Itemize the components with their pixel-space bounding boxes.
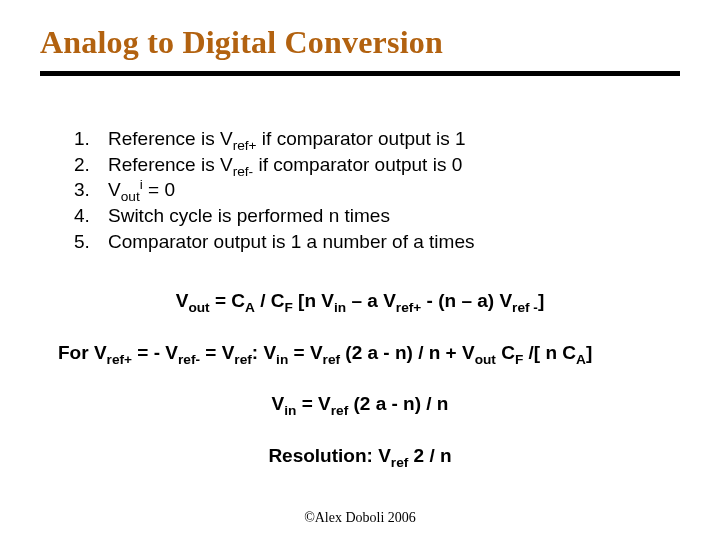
text-part: V: [176, 290, 189, 311]
equation: Vout = CA / CF [n Vin – a Vref+ - (n – a…: [40, 288, 680, 314]
subscript: out: [121, 189, 140, 204]
subscript: out: [188, 300, 209, 315]
subscript: ref+: [233, 138, 257, 153]
text-part: /[ n C: [523, 342, 576, 363]
list-text: Vouti = 0: [108, 177, 175, 203]
subscript: in: [276, 352, 288, 367]
subscript: ref+: [396, 300, 421, 315]
list-item: 4. Switch cycle is performed n times: [74, 203, 680, 229]
page-title: Analog to Digital Conversion: [40, 24, 680, 61]
text-part: = 0: [143, 179, 175, 200]
text-part: V: [108, 179, 121, 200]
list-number: 4.: [74, 203, 108, 229]
subscript: ref-: [233, 163, 254, 178]
list-number: 2.: [74, 152, 108, 178]
numbered-list: 1. Reference is Vref+ if comparator outp…: [74, 126, 680, 254]
subscript: ref+: [107, 352, 132, 367]
text-part: / C: [255, 290, 285, 311]
text-part: [n V: [293, 290, 334, 311]
list-item: 1. Reference is Vref+ if comparator outp…: [74, 126, 680, 152]
equation: For Vref+ = - Vref- = Vref: Vin = Vref (…: [40, 340, 680, 366]
subscript: A: [576, 352, 586, 367]
list-item: 3. Vouti = 0: [74, 177, 680, 203]
equation: Vin = Vref (2 a - n) / n: [40, 391, 680, 417]
subscript: in: [334, 300, 346, 315]
subscript: ref: [323, 352, 340, 367]
list-text: Switch cycle is performed n times: [108, 203, 390, 229]
slide: Analog to Digital Conversion 1. Referenc…: [0, 0, 720, 540]
list-number: 5.: [74, 229, 108, 255]
text-part: if comparator output is 0: [253, 154, 462, 175]
text-part: = - V: [132, 342, 178, 363]
horizontal-rule: [40, 71, 680, 76]
equations: Vout = CA / CF [n Vin – a Vref+ - (n – a…: [40, 288, 680, 469]
text-part: - (n – a) V: [421, 290, 512, 311]
text-part: – a V: [346, 290, 396, 311]
text-part: C: [496, 342, 515, 363]
text-part: For V: [58, 342, 107, 363]
list-number: 3.: [74, 177, 108, 203]
list-item: 2. Reference is Vref- if comparator outp…: [74, 152, 680, 178]
text-part: = V: [288, 342, 322, 363]
subscript: ref: [391, 455, 408, 470]
text-part: ]: [586, 342, 592, 363]
text-part: if comparator output is 1: [257, 128, 466, 149]
text-part: : V: [252, 342, 276, 363]
subscript: out: [475, 352, 496, 367]
copyright-footer: ©Alex Doboli 2006: [0, 510, 720, 526]
equation: Resolution: Vref 2 / n: [40, 443, 680, 469]
list-text: Reference is Vref- if comparator output …: [108, 152, 462, 178]
subscript: in: [284, 403, 296, 418]
list-text: Reference is Vref+ if comparator output …: [108, 126, 466, 152]
text-part: = V: [296, 393, 330, 414]
text-part: (2 a - n) / n + V: [340, 342, 475, 363]
list-number: 1.: [74, 126, 108, 152]
text-part: (2 a - n) / n: [348, 393, 448, 414]
subscript: F: [284, 300, 292, 315]
list-text: Comparator output is 1 a number of a tim…: [108, 229, 474, 255]
subscript: ref -: [512, 300, 538, 315]
text-part: V: [272, 393, 285, 414]
subscript: A: [245, 300, 255, 315]
text-part: 2 / n: [408, 445, 451, 466]
subscript: ref: [331, 403, 348, 418]
text-part: = C: [210, 290, 245, 311]
subscript: ref-: [178, 352, 200, 367]
text-part: ]: [538, 290, 544, 311]
text-part: Reference is V: [108, 154, 233, 175]
list-item: 5. Comparator output is 1 a number of a …: [74, 229, 680, 255]
text-part: Reference is V: [108, 128, 233, 149]
text-part: = V: [200, 342, 234, 363]
text-part: Resolution: V: [268, 445, 390, 466]
subscript: ref: [234, 352, 251, 367]
